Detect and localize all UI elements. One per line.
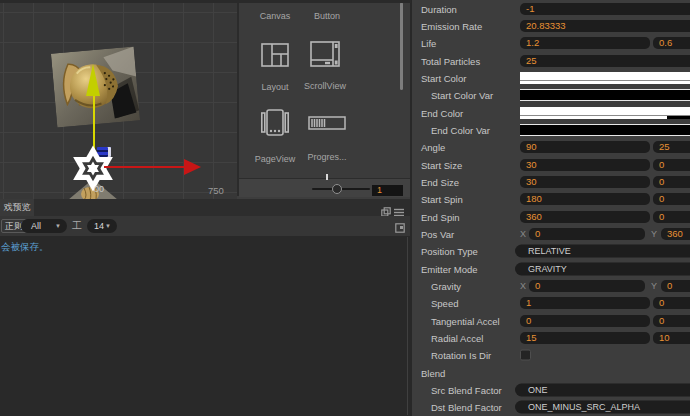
console-toolbar: 正则 All ▼ 工 14 ▼ [0,216,411,236]
widget-item-progressbar[interactable]: Progres... [297,116,357,162]
property-label: Src Blend Factor [431,384,502,395]
color-field[interactable] [520,72,690,84]
font-size-dropdown[interactable]: 14 ▼ [87,219,117,233]
gizmo-x-axis[interactable] [104,166,185,168]
property-label: End Size [421,176,459,187]
property-label: Emitter Mode [421,263,478,274]
number-field[interactable]: 360 [520,211,650,223]
zoom-value-field[interactable]: 1 [372,185,403,196]
console-scrollbar[interactable] [407,237,408,415]
widget-item-scrollview[interactable]: ScrollView [295,41,355,91]
property-label: Pos Var [421,228,454,239]
inspector-rows: Duration-1Emission Rate20.83333Life1.20.… [412,0,690,416]
widget-label: Button [297,11,357,21]
filter-value: All [31,221,41,231]
number-field[interactable]: 0 [529,228,645,240]
number-field[interactable]: 30 [520,176,650,188]
inspector-row: Blend [412,364,690,381]
number-field[interactable]: 0 [520,315,650,327]
number-field[interactable]: 0 [653,159,690,171]
inspector-row: Rotation Is Dir [412,347,690,364]
color-alpha-fill [520,116,667,119]
number-field[interactable]: 180 [520,193,650,205]
number-field[interactable]: 0 [653,315,690,327]
number-field[interactable]: 0 [529,280,645,292]
widget-label: ScrollView [295,81,355,91]
editor-window: 00 750 Canvas Button Layout [0,0,690,416]
scene-view[interactable]: 00 750 [0,0,237,199]
property-label: Duration [421,3,457,14]
zoom-slider-row: 1 [239,178,411,197]
inspector-row: Dst Blend FactorONE_MINUS_SRC_ALPHA [412,399,690,416]
zoom-slider-handle[interactable] [332,184,342,194]
particle-star-node[interactable] [70,144,116,193]
number-field[interactable]: 10 [653,332,690,344]
tab-game-preview[interactable]: 戏预览 [0,199,34,216]
font-size-icon: 工 [72,219,82,233]
widget-item-button[interactable]: Button [297,11,357,21]
inspector-row: Start Spin1800 [412,191,690,208]
number-field[interactable]: 25 [520,55,690,67]
axis-y-label: Y [651,229,657,239]
color-field[interactable] [520,89,690,101]
progressbar-icon [308,116,346,134]
widget-item-pageview[interactable]: PageView [245,109,305,164]
color-swatch [520,107,690,115]
axis-x-label: X [520,281,526,291]
number-field[interactable]: 1 [520,297,650,309]
widget-item-canvas[interactable]: Canvas [245,11,305,21]
number-field[interactable]: 15 [520,332,650,344]
top-edge-strip [0,0,411,3]
inspector-row: Tangential Accel00 [412,312,690,329]
color-alpha-strip [520,116,690,119]
gizmo-y-axis[interactable] [93,95,95,151]
inspector-row: Total Particles25 [412,52,690,69]
assets-scrollbar[interactable] [400,2,403,90]
star-shape [70,144,116,193]
inspector-row: Emission Rate20.83333 [412,17,690,34]
property-label: Total Particles [421,55,480,66]
select-field[interactable]: RELATIVE [515,245,690,258]
gizmo-x-arrowhead[interactable] [184,159,201,175]
gizmo-y-arrowhead[interactable] [86,64,100,96]
property-label: Start Color [421,72,466,83]
property-label: Start Color Var [431,90,493,101]
widget-label: Canvas [245,11,305,21]
color-field[interactable] [520,124,690,136]
checkbox[interactable] [520,350,531,361]
inspector-row: Position TypeRELATIVE [412,243,690,260]
number-field[interactable]: 0 [653,297,690,309]
widget-label: Progres... [297,152,357,162]
console-header: 戏预览 [0,199,411,216]
number-field[interactable]: 20.83333 [520,20,690,32]
console-log-message: 会被保存。 [1,241,49,254]
number-field[interactable]: 0 [653,176,690,188]
property-label: End Color Var [431,124,490,135]
color-field[interactable] [520,107,690,119]
select-field[interactable]: GRAVITY [515,262,690,275]
select-field[interactable]: ONE [515,383,690,396]
number-field[interactable]: 90 [520,141,650,153]
number-field[interactable]: 0 [653,193,690,205]
log-filter-dropdown[interactable]: All ▼ [21,219,67,233]
inspector-row: Src Blend FactorONE [412,381,690,398]
number-field[interactable]: 1.2 [520,37,650,49]
number-field[interactable]: 30 [520,159,650,171]
number-field[interactable]: 0 [653,211,690,223]
property-label: End Spin [421,211,460,222]
inspector-row: End Color [412,104,690,121]
property-label: Speed [431,298,458,309]
number-field[interactable]: -1 [520,3,690,15]
chevron-down-icon: ▼ [55,219,61,233]
inspector-row: Radial Accel1510 [412,329,690,346]
property-label: Tangential Accel [431,315,500,326]
popout-icon[interactable] [395,219,405,237]
number-field[interactable]: 360 [661,228,690,240]
number-field[interactable]: 0 [661,280,690,292]
select-field[interactable]: ONE_MINUS_SRC_ALPHA [515,401,690,414]
number-field[interactable]: 0.6 [653,37,690,49]
console-panel: 戏预览 正则 All ▼ 工 14 ▼ [0,199,411,416]
number-field[interactable]: 25 [653,141,690,153]
inspector-row: Start Size300 [412,156,690,173]
property-label: Blend [421,367,445,378]
